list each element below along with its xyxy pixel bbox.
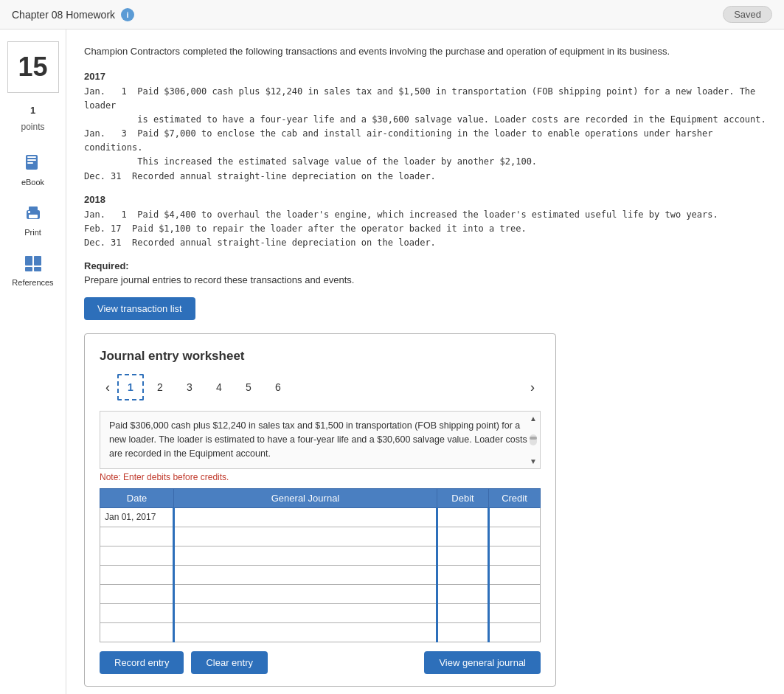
journal-cell-2[interactable] bbox=[174, 527, 437, 546]
svg-rect-3 bbox=[27, 162, 33, 164]
journal-input-2[interactable] bbox=[175, 527, 436, 546]
journal-cell-6[interactable] bbox=[174, 603, 437, 622]
tab-2[interactable]: 2 bbox=[147, 374, 173, 400]
table-row bbox=[100, 622, 541, 642]
svg-rect-1 bbox=[27, 156, 36, 158]
credit-cell-6[interactable] bbox=[489, 603, 541, 622]
journal-input-3[interactable] bbox=[175, 546, 436, 565]
credit-cell-2[interactable] bbox=[489, 527, 541, 546]
sidebar-item-print[interactable]: Print bbox=[7, 197, 60, 241]
journal-input-7[interactable] bbox=[175, 623, 436, 642]
description-text: Paid $306,000 cash plus $12,240 in sales… bbox=[109, 420, 527, 459]
scrollbar[interactable]: ▲ ▼ bbox=[528, 412, 538, 468]
view-general-journal-button[interactable]: View general journal bbox=[424, 651, 541, 674]
tab-5[interactable]: 5 bbox=[235, 374, 262, 400]
debit-input-5[interactable] bbox=[438, 585, 488, 603]
credit-input-7[interactable] bbox=[490, 623, 540, 642]
journal-cell-7[interactable] bbox=[174, 622, 437, 642]
references-label: References bbox=[12, 278, 53, 287]
scroll-thumb bbox=[530, 437, 537, 440]
note-text: Note: Enter debits before credits. bbox=[100, 472, 541, 482]
svg-rect-2 bbox=[27, 159, 36, 161]
svg-rect-6 bbox=[29, 215, 38, 218]
debit-cell-6[interactable] bbox=[437, 603, 489, 622]
tab-4[interactable]: 4 bbox=[206, 374, 232, 400]
content-area: Champion Contractors completed the follo… bbox=[66, 30, 784, 694]
points-sublabel: points bbox=[21, 122, 44, 132]
debit-input-6[interactable] bbox=[438, 604, 488, 622]
credit-input-6[interactable] bbox=[490, 604, 540, 622]
print-icon bbox=[21, 201, 45, 225]
journal-input-6[interactable] bbox=[175, 604, 436, 622]
credit-input-2[interactable] bbox=[490, 527, 540, 546]
debit-cell-5[interactable] bbox=[437, 584, 489, 603]
journal-input-5[interactable] bbox=[175, 585, 436, 603]
table-row bbox=[100, 603, 541, 622]
debit-input-3[interactable] bbox=[438, 546, 488, 565]
date-cell-4 bbox=[100, 565, 174, 584]
debit-input-1[interactable] bbox=[438, 508, 488, 527]
required-text: Prepare journal entries to record these … bbox=[84, 274, 766, 285]
tab-3[interactable]: 3 bbox=[176, 374, 203, 400]
record-entry-button[interactable]: Record entry bbox=[100, 651, 184, 674]
sidebar-item-references[interactable]: References bbox=[7, 247, 60, 291]
journal-cell-3[interactable] bbox=[174, 546, 437, 565]
date-cell-5 bbox=[100, 584, 174, 603]
tab-6[interactable]: 6 bbox=[265, 374, 291, 400]
description-box: Paid $306,000 cash plus $12,240 in sales… bbox=[100, 411, 541, 468]
debit-input-4[interactable] bbox=[438, 566, 488, 584]
debit-cell-3[interactable] bbox=[437, 546, 489, 565]
col-header-general-journal: General Journal bbox=[174, 488, 437, 507]
tab-next-arrow[interactable]: › bbox=[524, 377, 541, 398]
credit-input-4[interactable] bbox=[490, 566, 540, 584]
credit-input-5[interactable] bbox=[490, 585, 540, 603]
journal-cell-4[interactable] bbox=[174, 565, 437, 584]
credit-cell-4[interactable] bbox=[489, 565, 541, 584]
table-row bbox=[100, 546, 541, 565]
scroll-up-arrow[interactable]: ▲ bbox=[530, 413, 537, 424]
svg-rect-10 bbox=[25, 267, 32, 271]
year-2018-heading: 2018 bbox=[84, 194, 766, 205]
debit-input-7[interactable] bbox=[438, 623, 488, 642]
clear-entry-button[interactable]: Clear entry bbox=[191, 651, 268, 674]
scroll-down-arrow[interactable]: ▼ bbox=[530, 456, 537, 467]
ebook-label: eBook bbox=[21, 178, 44, 187]
references-icon bbox=[21, 251, 45, 275]
credit-cell-5[interactable] bbox=[489, 584, 541, 603]
top-bar: Chapter 08 Homework i Saved bbox=[0, 0, 784, 30]
credit-cell-1[interactable] bbox=[489, 507, 541, 527]
print-label: Print bbox=[24, 228, 41, 237]
required-label: Required: bbox=[84, 260, 766, 271]
tab-1[interactable]: 1 bbox=[117, 374, 144, 400]
year-2017-transactions: Jan. 1 Paid $306,000 cash plus $12,240 i… bbox=[84, 85, 766, 184]
credit-input-1[interactable] bbox=[490, 508, 540, 527]
debit-cell-2[interactable] bbox=[437, 527, 489, 546]
debit-cell-1[interactable] bbox=[437, 507, 489, 527]
debit-input-2[interactable] bbox=[438, 527, 488, 546]
journal-table: Date General Journal Debit Credit Jan 01… bbox=[100, 488, 541, 642]
points-label: 1 bbox=[30, 105, 35, 116]
bottom-buttons: Record entry Clear entry View general jo… bbox=[100, 651, 541, 674]
sidebar-item-ebook[interactable]: eBook bbox=[7, 147, 60, 191]
journal-input-1[interactable] bbox=[175, 508, 436, 527]
view-transaction-button[interactable]: View transaction list bbox=[84, 297, 195, 320]
date-cell-1: Jan 01, 2017 bbox=[100, 507, 174, 527]
debit-cell-7[interactable] bbox=[437, 622, 489, 642]
journal-worksheet-box: Journal entry worksheet ‹ 1 2 3 4 5 6 › … bbox=[84, 333, 556, 686]
table-row bbox=[100, 565, 541, 584]
journal-input-4[interactable] bbox=[175, 566, 436, 584]
journal-cell-5[interactable] bbox=[174, 584, 437, 603]
credit-input-3[interactable] bbox=[490, 546, 540, 565]
page-title: Chapter 08 Homework bbox=[12, 9, 115, 21]
journal-cell-1[interactable] bbox=[174, 507, 437, 527]
tab-prev-arrow[interactable]: ‹ bbox=[100, 377, 116, 398]
debit-cell-4[interactable] bbox=[437, 565, 489, 584]
tab-nav: ‹ 1 2 3 4 5 6 › bbox=[100, 374, 541, 400]
date-cell-6 bbox=[100, 603, 174, 622]
col-header-debit: Debit bbox=[437, 488, 489, 507]
scroll-track bbox=[530, 434, 537, 445]
svg-rect-5 bbox=[29, 207, 38, 212]
credit-cell-7[interactable] bbox=[489, 622, 541, 642]
info-icon[interactable]: i bbox=[121, 8, 134, 21]
credit-cell-3[interactable] bbox=[489, 546, 541, 565]
